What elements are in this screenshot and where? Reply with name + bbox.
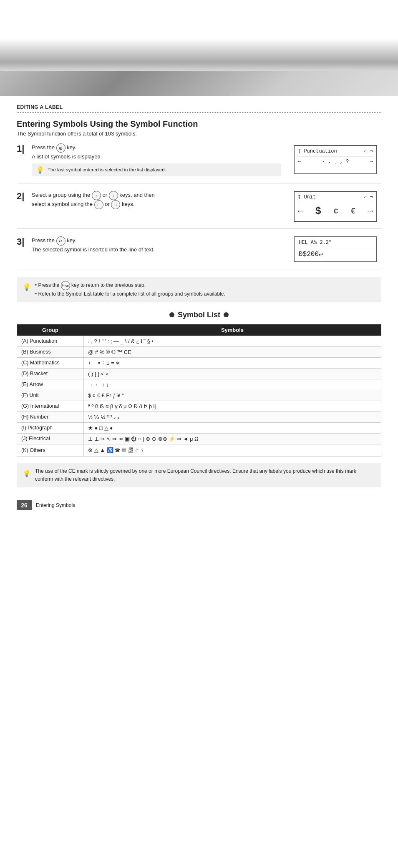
notes-text: • Press the Esc key to return to the pre… bbox=[35, 281, 225, 298]
group-cell: (A) Punctuation bbox=[17, 336, 84, 346]
table-row: (B) Business@ # % ® © ™ CE bbox=[17, 346, 381, 357]
step-3-number: 3| bbox=[17, 236, 32, 246]
step-2-number: 2| bbox=[17, 191, 32, 201]
step-1-number: 1| bbox=[17, 143, 32, 153]
step-3-screen: HEL Ä¼ 2.2" Ð$200↵ bbox=[290, 236, 381, 262]
table-row: (K) Others⊗ △ ▲ ♿ ☎ ✉ 墨 ♂ ♀ bbox=[17, 444, 381, 456]
col-symbols: Symbols bbox=[84, 324, 381, 336]
step-2-layout: Select a group using the ↑ or ↓ keys, an… bbox=[32, 191, 381, 222]
down-key: ↓ bbox=[109, 191, 118, 200]
symbols-cell: → ← ↑ ↓ bbox=[84, 379, 381, 390]
symbols-cell: ½ ⅓ ¼ ² ³ ₂ ₃ bbox=[84, 411, 381, 422]
symbols-cell: @ # % ® © ™ CE bbox=[84, 346, 381, 357]
table-row: (G) Internationalª º ß ẞ α β γ δ μ Ω Ð ð… bbox=[17, 401, 381, 411]
sym-key: ⊕ bbox=[56, 143, 65, 153]
step-3-left: Press the ↵ key. The selected symbol is … bbox=[32, 236, 281, 262]
enter-key: ↵ bbox=[56, 236, 65, 246]
lcd-2-left: ← bbox=[298, 206, 303, 216]
lcd-2-euro: € bbox=[351, 206, 356, 216]
step-2-text: Select a group using the ↑ or ↓ keys, an… bbox=[32, 191, 281, 209]
lcd-3-label: HEL Ä¼ 2.2" bbox=[299, 240, 332, 246]
table-row: (A) Punctuation. , ? ! " ' : ; — _ \ / &… bbox=[17, 336, 381, 346]
section-label: EDITING A LABEL bbox=[17, 104, 381, 110]
step-1-content: Press the ⊕ key. A list of symbols is di… bbox=[32, 143, 381, 176]
symbol-table: Group Symbols (A) Punctuation. , ? ! " '… bbox=[17, 324, 381, 457]
lcd-screen-1: ‡ Punctuation ⌐ ¬ ← · . ˛ , ? → bbox=[294, 145, 377, 174]
step-1-text: Press the ⊕ key. A list of symbols is di… bbox=[32, 143, 281, 161]
step-3-layout: Press the ↵ key. The selected symbol is … bbox=[32, 236, 381, 262]
step-2-left: Select a group using the ↑ or ↓ keys, an… bbox=[32, 191, 281, 222]
group-cell: (D) Bracket bbox=[17, 368, 84, 379]
step-1-tip-text: The last symbol entered is selected in t… bbox=[48, 167, 166, 172]
footer-note-text: The use of the CE mark is strictly gover… bbox=[35, 467, 375, 483]
page-number: 26 bbox=[17, 500, 32, 510]
table-row: (J) Electrical⊥ ⊥ ⊸ ∿ ⇒ ↠ ▣ ⏻ ○ | ⊕ ⊙ ⊗⊛… bbox=[17, 433, 381, 444]
lcd-1-corner: ⌐ ¬ bbox=[364, 148, 373, 154]
esc-key-note: Esc bbox=[61, 281, 70, 290]
lcd-3-bottom: Ð$200↵ bbox=[299, 249, 372, 259]
tip-icon-1: 💡 bbox=[36, 166, 44, 174]
table-row: (E) Arrow→ ← ↑ ↓ bbox=[17, 379, 381, 390]
step-3: 3| Press the ↵ key. The selected symbol … bbox=[17, 236, 381, 269]
note-line-2: • Refer to the Symbol List table for a c… bbox=[35, 290, 225, 298]
step-1-layout: Press the ⊕ key. A list of symbols is di… bbox=[32, 143, 381, 176]
left-key: ← bbox=[94, 200, 103, 209]
footer-note: 💡 The use of the CE mark is strictly gov… bbox=[17, 463, 381, 487]
symbols-cell: ⊗ △ ▲ ♿ ☎ ✉ 墨 ♂ ♀ bbox=[84, 444, 381, 456]
step-1: 1| Press the ⊕ key. A list of symbols is… bbox=[17, 143, 381, 183]
right-key: → bbox=[111, 200, 120, 209]
lcd-2-symbols-row: ← $ ¢ € → bbox=[298, 204, 373, 218]
lcd-screen-3: HEL Ä¼ 2.2" Ð$200↵ bbox=[294, 236, 377, 262]
symbol-list-heading: Symbol List bbox=[17, 311, 381, 319]
section-subtitle: The Symbol function offers a total of 10… bbox=[17, 130, 381, 137]
step-2-content: Select a group using the ↑ or ↓ keys, an… bbox=[32, 191, 381, 222]
lcd-1-symbols: · . ˛ , ? bbox=[322, 159, 349, 165]
group-cell: (G) International bbox=[17, 401, 84, 411]
top-banner bbox=[0, 0, 398, 96]
table-row: (I) Pictograph★ ● □ △ ♦ bbox=[17, 422, 381, 433]
lcd-1-top-row: ‡ Punctuation ⌐ ¬ bbox=[298, 148, 373, 156]
page-label: Entering Symbols bbox=[36, 502, 75, 508]
symbols-cell: $ ¢ € £ Fr ƒ ¥ ° bbox=[84, 390, 381, 401]
table-row: (F) Unit$ ¢ € £ Fr ƒ ¥ ° bbox=[17, 390, 381, 401]
col-group: Group bbox=[17, 324, 84, 336]
symbol-list-title: Symbol List bbox=[178, 311, 220, 319]
group-cell: (I) Pictograph bbox=[17, 422, 84, 433]
symbols-cell: ( ) [ ] < > bbox=[84, 368, 381, 379]
group-cell: (H) Number bbox=[17, 411, 84, 422]
step-3-content: Press the ↵ key. The selected symbol is … bbox=[32, 236, 381, 262]
step-2-screen: ‡ Unit ⌐ ¬ ← $ ¢ € → bbox=[290, 191, 381, 222]
notes-box: 💡 • Press the Esc key to return to the p… bbox=[17, 277, 381, 302]
up-key: ↑ bbox=[92, 191, 101, 200]
lcd-1-left-arrow: ← bbox=[298, 159, 301, 165]
symbols-cell: ⊥ ⊥ ⊸ ∿ ⇒ ↠ ▣ ⏻ ○ | ⊕ ⊙ ⊗⊛ ⚡ ⇒ ◄ μ Ω bbox=[84, 433, 381, 444]
group-cell: (J) Electrical bbox=[17, 433, 84, 444]
group-cell: (B) Business bbox=[17, 346, 84, 357]
footer-note-icon: 💡 bbox=[23, 467, 31, 483]
step-2: 2| Select a group using the ↑ or ↓ keys,… bbox=[17, 191, 381, 229]
lcd-1-indicator: ‡ Punctuation bbox=[298, 148, 337, 154]
lcd-3-top: HEL Ä¼ 2.2" bbox=[299, 240, 372, 247]
lcd-2-indicator: ‡ Unit bbox=[298, 194, 316, 200]
section-divider bbox=[17, 112, 381, 113]
bullet-right bbox=[224, 312, 229, 317]
lcd-1-arrows: ← · . ˛ , ? → bbox=[298, 158, 373, 166]
symbols-cell: ★ ● □ △ ♦ bbox=[84, 422, 381, 433]
step-1-tip: 💡 The last symbol entered is selected in… bbox=[32, 163, 281, 176]
main-content: EDITING A LABEL Entering Symbols Using t… bbox=[0, 96, 398, 519]
table-row: (C) Mathematics+ − × ÷ ± = ∗ bbox=[17, 357, 381, 368]
symbols-cell: ª º ß ẞ α β γ δ μ Ω Ð ð Þ þ ij bbox=[84, 401, 381, 411]
symbols-cell: . , ? ! " ' : ; — _ \ / & ¿ i ˜ § • bbox=[84, 336, 381, 346]
lcd-2-dollar: $ bbox=[315, 206, 321, 217]
lcd-2-right: → bbox=[368, 206, 373, 216]
symbols-cell: + − × ÷ ± = ∗ bbox=[84, 357, 381, 368]
step-3-text: Press the ↵ key. The selected symbol is … bbox=[32, 236, 281, 254]
group-cell: (K) Others bbox=[17, 444, 84, 456]
step-1-screen: ‡ Punctuation ⌐ ¬ ← · . ˛ , ? → bbox=[290, 143, 381, 176]
group-cell: (F) Unit bbox=[17, 390, 84, 401]
lcd-screen-2: ‡ Unit ⌐ ¬ ← $ ¢ € → bbox=[294, 191, 377, 222]
table-row: (D) Bracket( ) [ ] < > bbox=[17, 368, 381, 379]
lcd-1-right-arrow: → bbox=[370, 159, 373, 165]
lcd-2-corner: ⌐ ¬ bbox=[364, 194, 373, 200]
lcd-2-top-row: ‡ Unit ⌐ ¬ bbox=[298, 194, 373, 202]
